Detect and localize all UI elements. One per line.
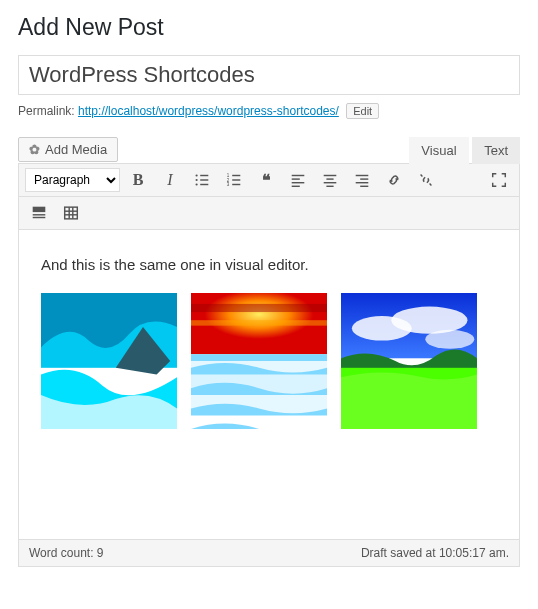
save-status: Draft saved at 10:05:17 am. (361, 546, 509, 560)
status-bar: Word count: 9 Draft saved at 10:05:17 am… (19, 539, 519, 566)
permalink-row: Permalink: http://localhost/wordpress/wo… (18, 103, 520, 119)
toolbar-row1: Paragraph B I 123 ❝ (19, 164, 519, 197)
editor-content[interactable]: And this is the same one in visual edito… (19, 230, 519, 539)
block-icon (30, 204, 48, 222)
toolbar-extra-button-1[interactable] (25, 201, 53, 225)
toolbar-row2 (19, 197, 519, 230)
grid-icon (62, 204, 80, 222)
svg-line-24 (421, 175, 423, 177)
add-media-button[interactable]: ✿Add Media (18, 137, 118, 162)
permalink-edit-button[interactable]: Edit (346, 103, 379, 119)
svg-point-0 (196, 174, 198, 176)
svg-rect-26 (33, 207, 46, 212)
fullscreen-button[interactable] (485, 168, 513, 192)
editor-container: Paragraph B I 123 ❝ (18, 163, 520, 567)
svg-point-4 (196, 183, 198, 185)
unlink-icon (417, 171, 435, 189)
numbered-list-button[interactable]: 123 (220, 168, 248, 192)
unlink-button[interactable] (412, 168, 440, 192)
align-right-button[interactable] (348, 168, 376, 192)
blockquote-button[interactable]: ❝ (252, 168, 280, 192)
align-left-icon (289, 171, 307, 189)
gallery-image-2[interactable] (191, 293, 327, 429)
tab-text[interactable]: Text (472, 137, 520, 164)
link-button[interactable] (380, 168, 408, 192)
camera-music-icon: ✿ (29, 142, 40, 157)
align-left-button[interactable] (284, 168, 312, 192)
svg-rect-36 (191, 304, 327, 312)
add-media-label: Add Media (45, 142, 107, 157)
svg-point-41 (391, 307, 467, 334)
gallery-image-1[interactable] (41, 293, 177, 429)
svg-point-42 (425, 330, 474, 349)
format-dropdown[interactable]: Paragraph (25, 168, 120, 192)
bullet-list-button[interactable] (188, 168, 216, 192)
word-count: Word count: 9 (29, 546, 103, 560)
bullet-list-icon (193, 171, 211, 189)
svg-text:3: 3 (227, 182, 230, 187)
permalink-label: Permalink: (18, 104, 75, 118)
svg-rect-29 (65, 207, 78, 219)
toolbar-extra-button-2[interactable] (57, 201, 85, 225)
gallery-image-3[interactable] (341, 293, 477, 429)
align-center-icon (321, 171, 339, 189)
italic-button[interactable]: I (156, 168, 184, 192)
permalink-link[interactable]: http://localhost/wordpress/wordpress-sho… (78, 104, 339, 118)
bold-button[interactable]: B (124, 168, 152, 192)
align-center-button[interactable] (316, 168, 344, 192)
post-title-input[interactable] (18, 55, 520, 95)
page-title: Add New Post (18, 14, 520, 41)
tab-visual[interactable]: Visual (409, 137, 468, 164)
fullscreen-icon (490, 171, 508, 189)
svg-rect-37 (191, 320, 327, 325)
svg-point-2 (196, 179, 198, 181)
content-paragraph: And this is the same one in visual edito… (41, 256, 497, 273)
gallery (41, 293, 497, 429)
align-right-icon (353, 171, 371, 189)
numbered-list-icon: 123 (225, 171, 243, 189)
svg-line-25 (430, 184, 432, 186)
link-icon (385, 171, 403, 189)
